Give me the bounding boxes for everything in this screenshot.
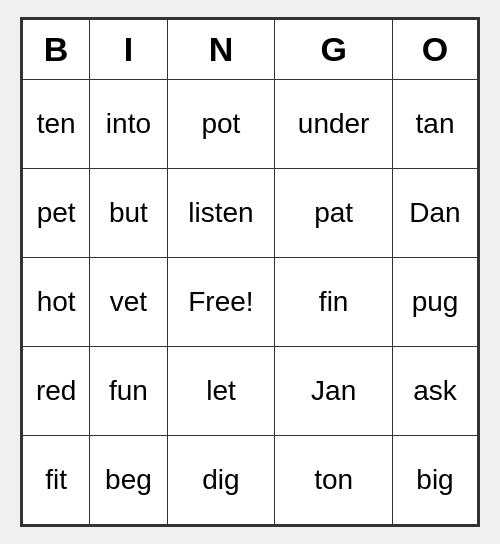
table-cell: ton: [275, 436, 393, 525]
col-g: G: [275, 20, 393, 80]
table-cell: fun: [90, 347, 167, 436]
table-cell: fin: [275, 258, 393, 347]
table-row: fitbegdigtonbig: [23, 436, 478, 525]
table-cell: pug: [393, 258, 478, 347]
table-cell: fit: [23, 436, 90, 525]
table-cell: big: [393, 436, 478, 525]
header-row: B I N G O: [23, 20, 478, 80]
table-row: tenintopotundertan: [23, 80, 478, 169]
bingo-card: B I N G O tenintopotundertanpetbutlisten…: [20, 17, 480, 527]
table-cell: ask: [393, 347, 478, 436]
table-cell: pet: [23, 169, 90, 258]
table-row: redfunletJanask: [23, 347, 478, 436]
table-cell: under: [275, 80, 393, 169]
table-cell: tan: [393, 80, 478, 169]
table-cell: into: [90, 80, 167, 169]
bingo-table: B I N G O tenintopotundertanpetbutlisten…: [22, 19, 478, 525]
table-cell: hot: [23, 258, 90, 347]
col-b: B: [23, 20, 90, 80]
table-cell: pat: [275, 169, 393, 258]
table-cell: Dan: [393, 169, 478, 258]
table-cell: listen: [167, 169, 275, 258]
table-cell: Jan: [275, 347, 393, 436]
col-n: N: [167, 20, 275, 80]
table-row: hotvetFree!finpug: [23, 258, 478, 347]
table-cell: beg: [90, 436, 167, 525]
table-cell: red: [23, 347, 90, 436]
table-row: petbutlistenpatDan: [23, 169, 478, 258]
table-cell: but: [90, 169, 167, 258]
table-cell: pot: [167, 80, 275, 169]
col-i: I: [90, 20, 167, 80]
table-cell: let: [167, 347, 275, 436]
table-cell: dig: [167, 436, 275, 525]
table-cell: ten: [23, 80, 90, 169]
table-cell: vet: [90, 258, 167, 347]
bingo-body: tenintopotundertanpetbutlistenpatDanhotv…: [23, 80, 478, 525]
table-cell: Free!: [167, 258, 275, 347]
col-o: O: [393, 20, 478, 80]
